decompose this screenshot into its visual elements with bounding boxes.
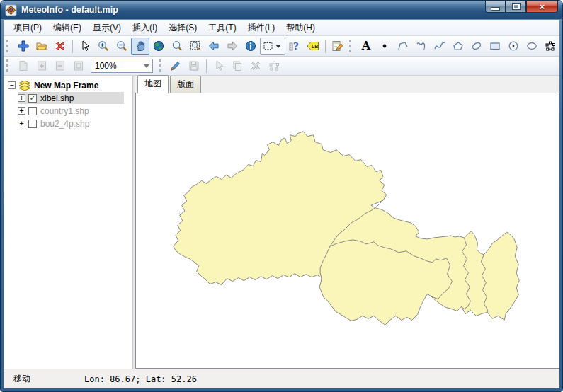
remove-layer-button[interactable] xyxy=(51,38,69,55)
select-rectangle-button[interactable] xyxy=(260,38,285,55)
menu-tools[interactable]: 工具(T) xyxy=(203,20,241,36)
toolbar-grip[interactable] xyxy=(6,40,11,52)
draw-polygon-button[interactable] xyxy=(449,38,467,55)
layers-stack-icon xyxy=(18,81,31,91)
full-extent-button[interactable] xyxy=(149,38,168,55)
layout-zoom-in-button-disabled xyxy=(33,57,51,75)
layer-name[interactable]: xibei.shp xyxy=(40,93,74,103)
menu-plugins[interactable]: 插件(L) xyxy=(242,20,281,36)
expand-icon[interactable]: + xyxy=(18,94,25,102)
open-file-button[interactable] xyxy=(33,38,51,55)
layer-name[interactable]: bou2_4p.shp xyxy=(40,119,89,129)
gray-page-icon xyxy=(232,60,243,71)
layer-checkbox-checked[interactable]: ✓ xyxy=(28,94,37,103)
map-svg xyxy=(136,93,559,368)
magnifier-icon xyxy=(171,40,183,52)
layers-panel: − New Map Frame + ✓ xibei.shp + xyxy=(4,76,133,369)
select-feature-button-disabled xyxy=(210,57,228,75)
zoom-out-icon xyxy=(116,40,127,52)
page-plus-icon xyxy=(36,60,47,71)
add-layer-button[interactable] xyxy=(14,38,33,55)
measure-button[interactable]: ? xyxy=(285,38,304,55)
save-disk-icon xyxy=(188,60,200,71)
text-tool-icon: A xyxy=(362,40,370,52)
layer-row-xibei[interactable]: + ✓ xibei.shp xyxy=(18,92,124,104)
app-window: MeteoInfo - default.mip × 项目(P) 编辑(E) 显示… xyxy=(0,0,563,392)
rotated-ellipse-icon xyxy=(471,40,482,52)
toolbar-grip[interactable] xyxy=(159,59,163,72)
menu-edit[interactable]: 编辑(E) xyxy=(47,20,87,36)
minimize-icon xyxy=(491,7,500,11)
menu-view[interactable]: 显示(V) xyxy=(87,20,127,36)
map-frame-label: New Map Frame xyxy=(34,81,98,91)
zoom-out-tool-button[interactable] xyxy=(113,38,131,55)
zoom-in-icon xyxy=(98,40,109,52)
maximize-button[interactable] xyxy=(506,1,526,13)
layer-checkbox-unchecked[interactable] xyxy=(28,120,37,128)
map-canvas[interactable] xyxy=(135,93,559,369)
select-tool-button[interactable] xyxy=(76,38,94,55)
minimize-button[interactable] xyxy=(485,1,506,13)
layer-row-country1[interactable]: + country1.shp xyxy=(18,105,132,117)
expand-icon[interactable]: + xyxy=(18,107,25,115)
open-folder-icon xyxy=(36,40,47,52)
draw-rectangle-button[interactable] xyxy=(486,38,504,55)
copy-feature-button-disabled xyxy=(228,57,246,75)
draw-point-button[interactable] xyxy=(375,38,394,55)
tab-map[interactable]: 地图 xyxy=(137,75,169,93)
draw-polyline-button[interactable] xyxy=(394,38,412,55)
menu-help[interactable]: 帮助(H) xyxy=(280,20,321,36)
page-fit-icon xyxy=(73,60,84,71)
gray-cursor-icon xyxy=(213,60,224,71)
app-logo-icon[interactable] xyxy=(5,4,17,16)
start-edit-button[interactable] xyxy=(166,57,185,75)
zoom-in-tool-button[interactable] xyxy=(94,38,113,55)
pan-hand-icon xyxy=(135,40,146,52)
toolbar-separator xyxy=(72,40,73,53)
layer-name[interactable]: country1.shp xyxy=(40,106,89,116)
tab-layout[interactable]: 版面 xyxy=(170,76,201,93)
remove-x-icon xyxy=(55,40,66,52)
edit-vertices-icon xyxy=(545,40,556,52)
svg-text:LB: LB xyxy=(312,44,318,49)
menu-project[interactable]: 项目(P) xyxy=(8,20,47,36)
window-title: MeteoInfo - default.mip xyxy=(21,5,118,15)
pan-tool-button[interactable] xyxy=(131,38,149,55)
info-icon xyxy=(245,40,256,52)
identify-button[interactable] xyxy=(241,38,260,55)
gray-x-icon xyxy=(250,60,261,71)
zoom-level-combo[interactable]: 100% xyxy=(91,59,153,73)
draw-text-button[interactable]: A xyxy=(357,38,375,55)
dropdown-caret-icon xyxy=(275,45,281,48)
zoom-window-button[interactable] xyxy=(186,38,205,55)
toolbar-grip[interactable] xyxy=(349,40,353,52)
zoom-to-layer-button[interactable] xyxy=(168,38,186,55)
draw-rotated-ellipse-button[interactable] xyxy=(467,38,486,55)
layer-checkbox-unchecked[interactable] xyxy=(28,107,37,115)
zoom-previous-button[interactable] xyxy=(205,38,223,55)
draw-ellipse-button[interactable] xyxy=(523,38,541,55)
report-page-icon xyxy=(331,40,343,52)
svg-text:?: ? xyxy=(293,41,299,52)
expand-icon[interactable]: + xyxy=(18,120,25,127)
draw-freehand-button[interactable] xyxy=(412,38,431,55)
collapse-icon[interactable]: − xyxy=(8,81,16,89)
menu-selection[interactable]: 选择(S) xyxy=(163,20,203,36)
zoom-next-button[interactable] xyxy=(223,38,241,55)
menu-insert[interactable]: 插入(I) xyxy=(127,20,163,36)
toolbar-separator xyxy=(206,59,207,73)
pencil-icon xyxy=(170,60,181,71)
edit-vertices-button[interactable] xyxy=(541,38,559,55)
map-frame-node[interactable]: − New Map Frame xyxy=(8,79,132,91)
close-button[interactable]: × xyxy=(526,1,558,13)
layer-row-bou2-4p[interactable]: + bou2_4p.shp xyxy=(18,117,132,129)
toolbar-grip[interactable] xyxy=(6,59,11,72)
globe-icon xyxy=(153,40,164,52)
map-pane: 地图 版面 xyxy=(135,76,559,369)
draw-circle-button[interactable] xyxy=(504,38,523,55)
report-button[interactable] xyxy=(328,38,346,55)
window-controls: × xyxy=(485,1,558,19)
label-button[interactable]: LB xyxy=(304,38,322,55)
main-content: − New Map Frame + ✓ xibei.shp + xyxy=(4,76,559,369)
draw-curve-button[interactable] xyxy=(431,38,449,55)
